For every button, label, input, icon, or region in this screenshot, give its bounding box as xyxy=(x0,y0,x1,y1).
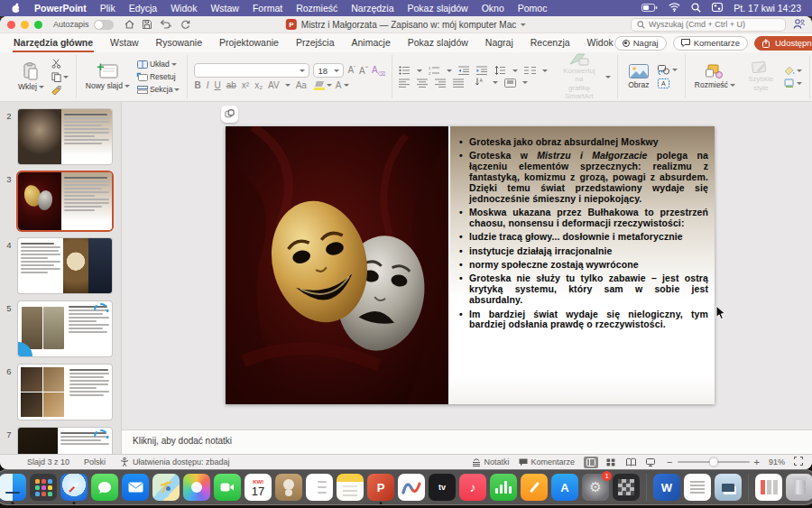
comments-toggle[interactable]: Komentarze xyxy=(519,457,576,466)
superscript-button[interactable]: x² xyxy=(242,80,249,90)
fit-slide-button[interactable] xyxy=(794,457,803,467)
tab-rysowanie[interactable]: Rysowanie xyxy=(155,34,203,52)
slide-canvas[interactable]: Groteska jako obraz absurdalnej Moskwy G… xyxy=(226,126,715,404)
thumbnail-slide-4[interactable]: 4 xyxy=(0,238,121,293)
dock-chess[interactable] xyxy=(613,474,640,501)
language-indicator[interactable]: Polski xyxy=(84,457,106,466)
align-center-button[interactable] xyxy=(417,79,429,88)
dock-settings[interactable]: ⚙1 xyxy=(582,474,609,501)
accessibility-check[interactable]: Ułatwienia dostępu: zbadaj xyxy=(120,457,230,466)
share-contact-icon[interactable] xyxy=(793,16,805,32)
dock-finder[interactable] xyxy=(0,474,26,501)
close-window-button[interactable] xyxy=(7,21,15,29)
thumbnail-slide-7[interactable]: 7 xyxy=(0,428,121,454)
comments-button[interactable]: Komentarze xyxy=(673,36,748,51)
layout-button[interactable]: Układ xyxy=(136,59,181,69)
italic-button[interactable]: I xyxy=(207,80,209,90)
font-color-button[interactable]: A xyxy=(336,82,349,89)
font-name-combo[interactable] xyxy=(194,63,309,78)
character-spacing-button[interactable]: AV xyxy=(268,80,280,90)
dock-trash[interactable] xyxy=(786,474,812,501)
control-center-icon[interactable] xyxy=(712,3,723,14)
dock-numbers[interactable] xyxy=(490,474,517,501)
tab-animacje[interactable]: Animacje xyxy=(351,34,392,52)
slide-text-placeholder[interactable]: Groteska jako obraz absurdalnej Moskwy G… xyxy=(448,126,715,404)
zoom-slider-knob[interactable] xyxy=(709,458,717,466)
reset-button[interactable]: Resetuj xyxy=(136,71,181,82)
redo-icon[interactable] xyxy=(180,20,190,29)
align-left-button[interactable] xyxy=(399,79,411,88)
zoom-in-button[interactable]: + xyxy=(754,457,760,467)
thumbnail-slide-6[interactable]: 6 xyxy=(0,365,121,420)
decrease-font-button[interactable]: Aˇ xyxy=(359,66,368,76)
undo-icon[interactable] xyxy=(160,20,172,29)
menu-item-pomoc[interactable]: Pomoc xyxy=(518,3,548,14)
dock-contacts[interactable] xyxy=(275,474,302,501)
menu-item-narzedzia[interactable]: Narzędzia xyxy=(351,3,393,14)
slideshow-view-button[interactable] xyxy=(643,457,658,468)
tab-pokaz-slajdow[interactable]: Pokaz slajdów xyxy=(407,34,469,52)
minimize-window-button[interactable] xyxy=(21,21,29,29)
quick-styles-button[interactable]: Szybkiestyle xyxy=(742,59,780,95)
shapes-button[interactable] xyxy=(657,64,678,76)
paste-button[interactable]: Wklej xyxy=(15,60,47,93)
format-painter-button[interactable] xyxy=(51,85,69,97)
battery-icon[interactable] xyxy=(641,3,658,14)
dock-photos[interactable] xyxy=(183,474,210,501)
menu-item-format[interactable]: Format xyxy=(253,3,282,14)
menu-item-pokaz-slajdow[interactable]: Pokaz slajdów xyxy=(408,3,468,14)
dock-word[interactable]: W xyxy=(653,474,680,501)
menu-item-wstaw[interactable]: Wstaw xyxy=(210,3,239,14)
dock-appletv[interactable]: tv xyxy=(429,474,456,501)
tab-nagraj[interactable]: Nagraj xyxy=(484,34,514,52)
thumbnail-slide-5[interactable]: 5 xyxy=(0,301,121,356)
dock-maps[interactable] xyxy=(152,474,180,501)
convert-smartart-button[interactable]: Konwertuj nagrafikę SmartArt xyxy=(557,51,602,102)
strikethrough-button[interactable]: ab xyxy=(226,80,236,90)
tab-wstaw[interactable]: Wstaw xyxy=(109,34,140,52)
dock-messages[interactable] xyxy=(91,474,118,501)
cut-button[interactable] xyxy=(51,58,69,69)
shape-fill-button[interactable] xyxy=(783,65,803,76)
tab-projektowanie[interactable]: Projektowanie xyxy=(218,34,280,52)
change-case-button[interactable]: Aa xyxy=(296,80,307,90)
search-input[interactable] xyxy=(649,20,780,29)
wifi-icon[interactable] xyxy=(669,3,680,14)
text-box-button[interactable]: A xyxy=(657,78,678,89)
subscript-button[interactable]: x₂ xyxy=(254,80,263,90)
clear-formatting-button[interactable]: A⌫ xyxy=(372,65,385,77)
copy-button[interactable] xyxy=(51,71,69,83)
line-spacing-button[interactable] xyxy=(494,66,506,75)
picture-button[interactable]: Obraz xyxy=(624,62,653,91)
align-right-button[interactable] xyxy=(435,79,447,88)
dock-mail[interactable] xyxy=(122,474,149,501)
share-button[interactable]: Udostępnij xyxy=(754,36,812,51)
dock-powerpoint[interactable]: P xyxy=(367,474,394,501)
section-button[interactable]: Sekcja xyxy=(136,84,181,95)
menu-item-edycja[interactable]: Edycja xyxy=(129,3,158,14)
increase-font-button[interactable]: Aˆ xyxy=(347,65,355,75)
increase-indent-button[interactable] xyxy=(476,66,488,75)
dock-reminders[interactable] xyxy=(306,474,333,501)
zoom-percentage[interactable]: 91% xyxy=(769,457,785,466)
dock-pages[interactable] xyxy=(521,474,548,501)
shape-outline-button[interactable] xyxy=(783,78,803,88)
tab-widok[interactable]: Widok xyxy=(586,34,614,52)
home-icon[interactable] xyxy=(125,20,134,29)
dock-freeform[interactable] xyxy=(398,474,425,501)
bold-button[interactable]: B xyxy=(194,80,200,90)
justify-button[interactable] xyxy=(453,79,465,88)
tab-narzedzia-glowne[interactable]: Narzędzia główne xyxy=(13,34,94,52)
autosave-toggle[interactable] xyxy=(94,20,114,30)
apple-menu[interactable] xyxy=(11,3,21,14)
dock-calendar[interactable]: kwi17 xyxy=(245,474,272,501)
numbering-button[interactable]: 12 xyxy=(429,66,440,75)
thumbnail-slide-3[interactable]: 3 xyxy=(0,172,121,230)
record-button[interactable]: Nagraj xyxy=(614,36,667,51)
new-slide-button[interactable]: Nowy slajd xyxy=(83,61,133,92)
search-field[interactable] xyxy=(631,18,786,32)
menu-item-rozmiesc[interactable]: Rozmieść xyxy=(296,3,337,14)
text-direction-button[interactable]: A xyxy=(475,78,486,88)
underline-button[interactable]: U xyxy=(214,80,220,90)
menu-item-powerpoint[interactable]: PowerPoint xyxy=(34,3,87,14)
